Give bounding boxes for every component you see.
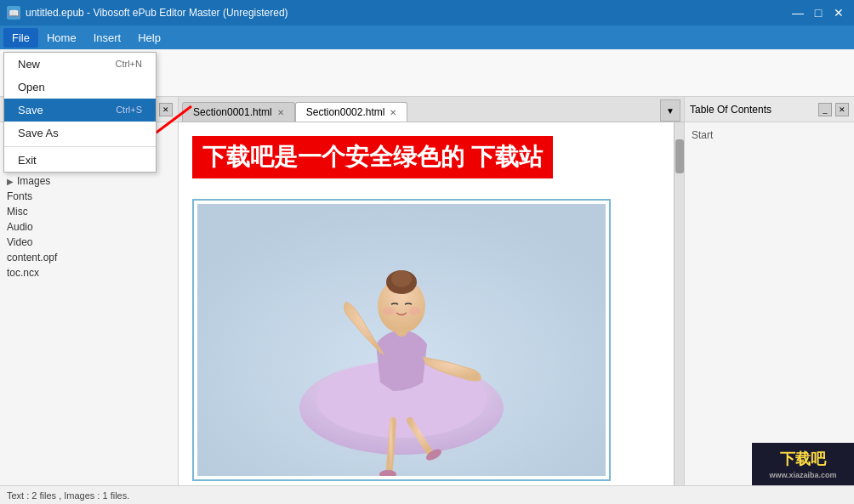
menu-file[interactable]: File [3,28,38,48]
panel-close-btn[interactable]: ✕ [159,103,173,116]
close-button[interactable]: ✕ [830,4,847,21]
right-panel-content: Start [685,122,854,148]
svg-point-9 [383,307,395,315]
title-bar: 📖 untitled.epub - Vibosoft ePub Editor M… [0,0,854,25]
right-panel-header: Table Of Contents _ ✕ [685,97,854,122]
watermark-line2: www.xiazaiba.com [769,471,836,479]
content-area: Section0001.html ✕ Section0002.html ✕ ▼ … [179,97,684,485]
file-tree: Section0001.html Section0002.html Styles… [0,122,178,485]
tree-item-toc-ncx[interactable]: toc.ncx [0,265,178,280]
menu-help[interactable]: Help [129,28,169,48]
svg-point-8 [391,270,412,287]
tab-bar: Section0001.html ✕ Section0002.html ✕ ▼ [179,97,684,122]
right-panel-title: Table Of Contents [690,104,771,116]
menu-save[interactable]: Save Ctrl+S [4,99,156,122]
image-container [192,199,611,481]
window-title: untitled.epub - Vibosoft ePub Editor Mas… [26,7,288,19]
minimize-button[interactable]: — [789,4,806,21]
right-panel-close[interactable]: ✕ [835,103,849,116]
tree-item-video[interactable]: Video [0,235,178,250]
menu-home[interactable]: Home [38,28,85,48]
tab-section0001[interactable]: Section0001.html ✕ [182,102,295,122]
banner-text: 下载吧是一个安全绿色的 下载站 [192,136,553,178]
svg-point-10 [408,307,420,315]
status-text: Text : 2 files , Images : 1 files. [7,490,129,501]
scrollbar-thumb[interactable] [675,139,684,173]
file-dropdown-menu: New Ctrl+N Open Save Ctrl+S Save As Exit [3,52,157,173]
watermark-line1: 下载吧 [780,449,826,469]
right-panel-minimize[interactable]: _ [818,103,832,116]
menu-open[interactable]: Open [4,76,156,99]
tab-section0002[interactable]: Section0002.html ✕ [295,102,408,122]
menu-exit[interactable]: Exit [4,149,156,172]
app-icon: 📖 [7,6,20,20]
tree-arrow-images: ▶ [7,177,14,186]
tree-item-content-opf[interactable]: content.opf [0,250,178,265]
status-bar: Text : 2 files , Images : 1 files. [0,485,854,504]
tab-dropdown-arrow[interactable]: ▼ [660,99,680,122]
ballerina-image [197,204,606,476]
menu-save-as[interactable]: Save As [4,122,156,144]
right-panel: Table Of Contents _ ✕ Start [684,97,854,485]
tree-item-misc[interactable]: Misc [0,204,178,219]
editor-area[interactable]: 下载吧是一个安全绿色的 下载站 [179,122,674,485]
tree-item-images[interactable]: ▶ Images [0,173,178,189]
tab-close-section0002[interactable]: ✕ [390,108,396,117]
menu-new[interactable]: New Ctrl+N [4,53,156,76]
watermark: 下载吧 www.xiazaiba.com [752,443,854,485]
tree-item-audio[interactable]: Audio [0,219,178,235]
editor-scrollbar[interactable] [674,122,684,485]
menu-insert[interactable]: Insert [85,28,130,48]
menu-bar: File New Ctrl+N Open Save Ctrl+S Save As… [0,25,854,49]
maximize-button[interactable]: □ [810,4,827,21]
tree-item-fonts[interactable]: Fonts [0,189,178,204]
tab-close-section0001[interactable]: ✕ [277,108,284,117]
menu-separator [4,146,156,147]
